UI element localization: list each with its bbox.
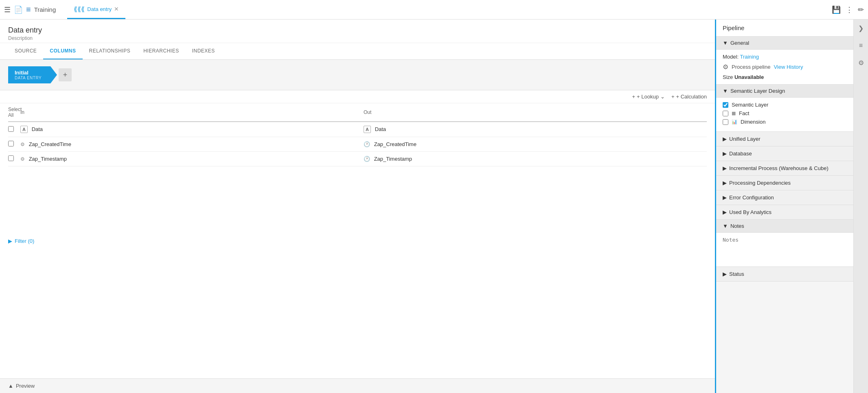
- in-zap-created-name: Zap_CreatedTime: [29, 141, 71, 147]
- lookup-icon: +: [632, 94, 635, 100]
- error-config-section[interactable]: ▶ Error Configuration: [716, 190, 853, 205]
- clock-out-icon-2: 🕐: [364, 156, 370, 162]
- calculation-icon: +: [671, 94, 675, 100]
- incremental-arrow: ▶: [723, 165, 727, 171]
- dimension-checkbox[interactable]: [723, 119, 728, 125]
- side-layers-icon[interactable]: ≡: [857, 40, 864, 51]
- calculation-label: + Calculation: [676, 94, 707, 100]
- used-by-analytics-section[interactable]: ▶ Used By Analytics: [716, 205, 853, 220]
- checkbox-data[interactable]: [8, 126, 14, 132]
- data-entry-tab-label: Data entry: [87, 6, 112, 12]
- lookup-label: + Lookup: [637, 94, 659, 100]
- out-data: A Data: [364, 126, 707, 133]
- app-title: Training: [34, 6, 56, 13]
- column-toolbar: + + Lookup ⌄ + + Calculation: [0, 90, 715, 103]
- tab-hierarchies[interactable]: HIERARCHIES: [137, 43, 186, 59]
- out-zap-timestamp: 🕐 Zap_Timestamp: [364, 156, 707, 162]
- tab-close-icon[interactable]: ✕: [114, 6, 119, 12]
- model-line: Model: Training: [723, 54, 847, 60]
- data-entry-tab-icon: ⟪⟪⟪: [74, 5, 85, 13]
- tab-columns[interactable]: COLUMNS: [43, 43, 82, 59]
- pipeline-step-initial[interactable]: Initial DATA ENTRY: [8, 66, 57, 83]
- out-zap-created: 🕐 Zap_CreatedTime: [364, 141, 707, 147]
- semantic-layer-content: Semantic Layer ▦ Fact 📊 Dimension: [716, 98, 853, 132]
- unified-layer-arrow: ▶: [723, 136, 727, 142]
- in-column-header: In: [20, 109, 364, 115]
- process-gear-icon: ⚙: [723, 63, 728, 71]
- row-checkbox-zap-timestamp[interactable]: [8, 155, 20, 162]
- unified-layer-section[interactable]: ▶ Unified Layer: [716, 132, 853, 146]
- tab-indexes[interactable]: INDEXES: [186, 43, 221, 59]
- dimension-icon: 📊: [732, 119, 737, 124]
- edit-icon[interactable]: ✏: [858, 5, 864, 14]
- lookup-button[interactable]: + + Lookup ⌄: [632, 94, 664, 100]
- checkbox-zap-created[interactable]: [8, 141, 14, 146]
- incremental-label: Incremental Process (Warehouse & Cube): [729, 165, 829, 171]
- processing-deps-section[interactable]: ▶ Processing Dependencies: [716, 176, 853, 190]
- gear-col-icon-2: ⚙: [20, 156, 25, 162]
- in-zap-timestamp: ⚙ Zap_Timestamp: [20, 156, 364, 162]
- database-label: Database: [729, 151, 752, 157]
- checkbox-zap-timestamp[interactable]: [8, 155, 14, 161]
- filter-section: ▶ Filter (0): [0, 233, 715, 249]
- side-collapse-icon[interactable]: ❯: [857, 23, 865, 34]
- semantic-section-header[interactable]: ▼ Semantic Layer Design: [716, 85, 853, 98]
- process-pipeline-label[interactable]: Process pipeline: [732, 64, 770, 70]
- new-doc-icon[interactable]: 📄: [14, 5, 23, 14]
- in-zap-created: ⚙ Zap_CreatedTime: [20, 141, 364, 147]
- fact-checkbox[interactable]: [723, 111, 728, 116]
- general-arrow-icon: ▼: [723, 40, 728, 46]
- data-entry-tab[interactable]: ⟪⟪⟪ Data entry ✕: [67, 0, 125, 19]
- processing-deps-arrow: ▶: [723, 180, 727, 186]
- model-label: Model:: [723, 54, 739, 60]
- more-options-icon[interactable]: ⋮: [846, 5, 853, 14]
- semantic-layer-checkbox[interactable]: [723, 102, 728, 108]
- size-label: Size: [723, 74, 733, 80]
- out-type-icon-data: A: [364, 126, 371, 133]
- view-history-link[interactable]: View History: [774, 64, 803, 70]
- pipeline-step-inner: Initial DATA ENTRY: [15, 70, 42, 80]
- status-section[interactable]: ▶ Status: [716, 267, 853, 282]
- in-data-name: Data: [32, 126, 43, 132]
- save-icon[interactable]: 💾: [832, 5, 841, 14]
- fact-label: Fact: [739, 110, 749, 116]
- right-panel: Pipeline ▼ General Model: Training ⚙ Pro…: [715, 20, 853, 393]
- table-row: A Data A Data: [8, 122, 707, 137]
- filter-toggle[interactable]: ▶ Filter (0): [8, 238, 707, 244]
- page-title: Data entry: [8, 26, 707, 35]
- preview-label: Preview: [16, 383, 35, 389]
- notes-header[interactable]: ▼ Notes: [716, 220, 853, 233]
- filter-chevron-icon: ▶: [8, 238, 12, 244]
- tab-relationships[interactable]: RELATIONSHIPS: [83, 43, 137, 59]
- preview-chevron-icon: ▲: [8, 383, 13, 389]
- tab-area: ⟪⟪⟪ Data entry ✕: [59, 0, 829, 19]
- general-section-header[interactable]: ▼ General: [716, 37, 853, 50]
- pipeline-breadcrumb: Initial DATA ENTRY +: [8, 66, 707, 83]
- calculation-button[interactable]: + + Calculation: [671, 94, 707, 100]
- content-area: Data entry Description SOURCE COLUMNS RE…: [0, 20, 715, 393]
- used-by-arrow: ▶: [723, 209, 727, 215]
- clock-out-icon: 🕐: [364, 141, 370, 147]
- fact-table-icon: ▦: [732, 111, 736, 116]
- error-config-arrow: ▶: [723, 194, 727, 201]
- tab-source[interactable]: SOURCE: [8, 43, 43, 59]
- pipeline-add-button[interactable]: +: [59, 68, 72, 81]
- topbar: ☰ 📄 ≡ Training ⟪⟪⟪ Data entry ✕ 💾 ⋮ ✏: [0, 0, 868, 20]
- hamburger-icon[interactable]: ☰: [4, 5, 11, 14]
- side-settings-icon[interactable]: ⚙: [857, 57, 866, 68]
- preview-section[interactable]: ▲ Preview: [0, 378, 715, 393]
- in-zap-timestamp-name: Zap_Timestamp: [29, 156, 67, 162]
- row-checkbox-zap-created[interactable]: [8, 141, 20, 148]
- pipeline-section: Initial DATA ENTRY +: [0, 60, 715, 90]
- out-data-name: Data: [375, 126, 386, 132]
- semantic-arrow-icon: ▼: [723, 88, 728, 94]
- row-checkbox-data[interactable]: [8, 126, 20, 133]
- dimension-row: 📊 Dimension: [723, 119, 847, 125]
- in-data: A Data: [20, 126, 364, 133]
- database-section[interactable]: ▶ Database: [716, 146, 853, 161]
- incremental-section[interactable]: ▶ Incremental Process (Warehouse & Cube): [716, 161, 853, 176]
- general-section-content: Model: Training ⚙ Process pipeline View …: [716, 50, 853, 85]
- notes-textarea[interactable]: [716, 233, 853, 265]
- model-name-link[interactable]: Training: [740, 54, 758, 60]
- select-all-header: Select All: [8, 107, 20, 118]
